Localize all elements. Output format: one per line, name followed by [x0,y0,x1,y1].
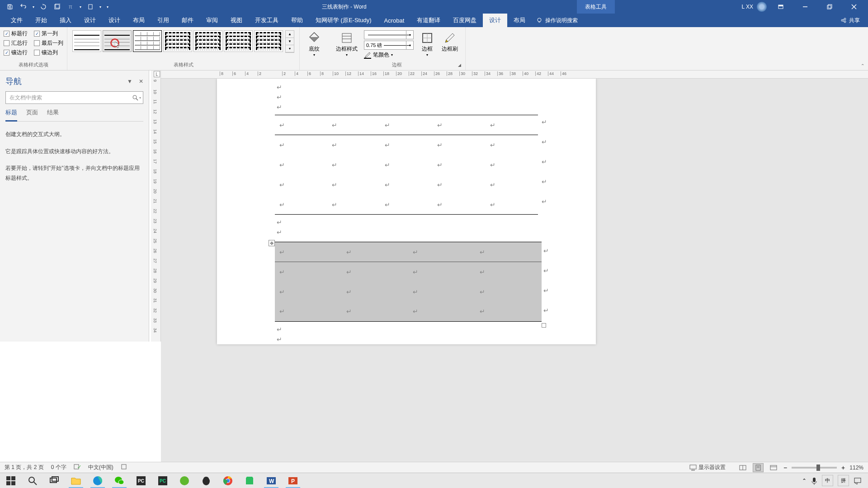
nav-tab-headings[interactable]: 标题 [5,108,17,122]
table-style-5[interactable] [193,30,222,52]
undo-dropdown[interactable]: ▾ [31,1,36,12]
table-style-1[interactable] [72,30,101,52]
gallery-more[interactable]: ▾ [286,45,294,52]
view-print-layout[interactable] [753,463,764,472]
taskbar-chrome[interactable] [217,473,239,488]
ime-lang[interactable]: 中 [822,475,833,486]
tab-table-layout[interactable]: 布局 [507,14,532,27]
tray-expand[interactable]: ⌃ [802,478,807,484]
status-words[interactable]: 0 个字 [51,464,66,471]
taskbar-app-green[interactable] [174,473,195,488]
maximize-button[interactable] [819,0,840,14]
ribbon-display-button[interactable] [770,0,791,14]
qat-dropdown-1[interactable]: ▾ [78,1,83,12]
table-2[interactable]: ↵↵↵↵ ↵↵↵↵ ↵↵↵↵ ↵↵↵↵ [275,242,542,322]
gallery-down[interactable]: ▼ [286,38,294,45]
nav-tab-pages[interactable]: 页面 [26,108,38,121]
document-area[interactable]: ↵ ↵ ↵ ↵↵↵↵↵ ↵↵↵↵↵ ↵↵↵↵↵ ↵↵↵↵↵ ↵↵↵↵↵ ↵ ↵ … [161,79,868,473]
taskbar-explorer[interactable] [65,473,87,488]
tab-home[interactable]: 开始 [29,14,53,27]
tab-zhiwang[interactable]: 知网研学 (原E-Study) [309,14,378,27]
table-1[interactable]: ↵↵↵↵↵ ↵↵↵↵↵ ↵↵↵↵↵ ↵↵↵↵↵ ↵↵↵↵↵ [275,115,538,215]
view-web-layout[interactable] [768,463,779,472]
redo-button[interactable] [37,1,50,12]
horizontal-ruler[interactable]: L 86422468101214161820222426283032343638… [161,70,868,79]
minimize-button[interactable] [795,0,816,14]
tab-baidu[interactable]: 百度网盘 [447,14,483,27]
document-page[interactable]: ↵ ↵ ↵ ↵↵↵↵↵ ↵↵↵↵↵ ↵↵↵↵↵ ↵↵↵↵↵ ↵↵↵↵↵ ↵ ↵ … [217,79,596,344]
status-language[interactable]: 中文(中国) [88,464,113,471]
mic-icon[interactable] [811,477,817,485]
tab-design2[interactable]: 设计 [102,14,127,27]
tab-selector[interactable]: L [154,71,160,77]
tab-help[interactable]: 帮助 [285,14,309,27]
tab-references[interactable]: 引用 [151,14,175,27]
qat-customize[interactable]: ▾ [104,1,111,12]
table-style-3[interactable] [133,30,162,52]
line-weight-combo[interactable]: 0.75 磅▾ [364,41,414,50]
taskbar-pycharm[interactable]: PC [130,473,152,488]
zoom-out-button[interactable]: − [783,464,787,471]
tell-me-search[interactable]: 操作说明搜索 [536,17,578,24]
table-resize-handle[interactable] [542,323,546,328]
gallery-up[interactable]: ▲ [286,31,294,38]
checkbox-total-row[interactable]: 汇总行 [4,39,28,47]
shading-button[interactable]: 底纹 ▾ [303,29,325,59]
task-view-button[interactable] [43,473,65,488]
tab-review[interactable]: 审阅 [200,14,224,27]
search-button[interactable] [22,473,43,488]
qat-icon-1[interactable] [51,1,63,12]
border-brush-button[interactable]: 边框刷 [438,29,462,60]
view-read-mode[interactable] [737,463,748,472]
checkbox-first-col[interactable]: 第一列 [34,30,58,38]
border-button[interactable]: 边框 ▾ [416,29,438,60]
ime-mode[interactable]: 拼 [838,475,849,486]
collapse-ribbon-button[interactable]: ⌃ [861,63,864,68]
table-style-2[interactable] [103,30,132,52]
user-avatar[interactable] [757,2,767,12]
tab-table-design[interactable]: 设计 [483,14,507,27]
tab-acrobat[interactable]: Acrobat [378,14,411,27]
tab-file[interactable]: 文件 [5,14,29,27]
status-display-settings[interactable]: 显示器设置 [689,464,726,471]
qat-icon-2[interactable]: π [64,1,77,12]
tab-layout[interactable]: 布局 [127,14,151,27]
tab-youdao[interactable]: 有道翻译 [410,14,447,27]
taskbar-evernote[interactable] [239,473,260,488]
borders-dialog-launcher[interactable]: ◢ [458,63,463,68]
status-spellcheck[interactable] [74,464,81,471]
notification-icon[interactable] [854,477,862,484]
nav-close-button[interactable]: ✕ [139,78,143,84]
tab-insert[interactable]: 插入 [53,14,78,27]
undo-button[interactable] [17,1,30,12]
status-page[interactable]: 第 1 页，共 2 页 [5,464,44,471]
nav-tab-results[interactable]: 结果 [47,108,59,121]
tab-view[interactable]: 视图 [224,14,249,27]
checkbox-banded-row[interactable]: 镶边行 [4,49,28,56]
table-move-handle[interactable]: ✥ [269,240,275,246]
zoom-slider-thumb[interactable] [816,465,820,471]
pen-color-button[interactable]: 笔颜色 ▾ [364,51,414,59]
tab-design[interactable]: 设计 [78,14,102,27]
zoom-level[interactable]: 112% [849,465,863,471]
close-button[interactable] [844,0,864,14]
checkbox-last-col[interactable]: 最后一列 [34,39,63,47]
qat-icon-3[interactable] [84,1,97,12]
taskbar-powerpoint[interactable]: P [282,473,304,488]
search-button[interactable]: ▾ [132,94,141,101]
zoom-slider[interactable] [792,467,837,469]
vertical-ruler[interactable]: 9101112131415161718192021222324252627282… [151,70,161,342]
taskbar-word[interactable]: W [260,473,282,488]
checkbox-banded-col[interactable]: 镶边列 [34,49,58,56]
tab-mailings[interactable]: 邮件 [175,14,200,27]
taskbar-edge[interactable] [87,473,108,488]
line-style-combo[interactable]: ▾ [364,30,414,39]
taskbar-qq[interactable] [195,473,217,488]
qat-dropdown-2[interactable]: ▾ [98,1,103,12]
table-style-7[interactable] [254,30,283,52]
nav-search-input[interactable]: 在文档中搜索 ▾ [5,91,143,104]
zoom-in-button[interactable]: + [841,464,845,471]
checkbox-header-row[interactable]: 标题行 [4,30,28,38]
status-macros[interactable] [121,464,127,471]
table-style-4[interactable] [163,30,192,52]
